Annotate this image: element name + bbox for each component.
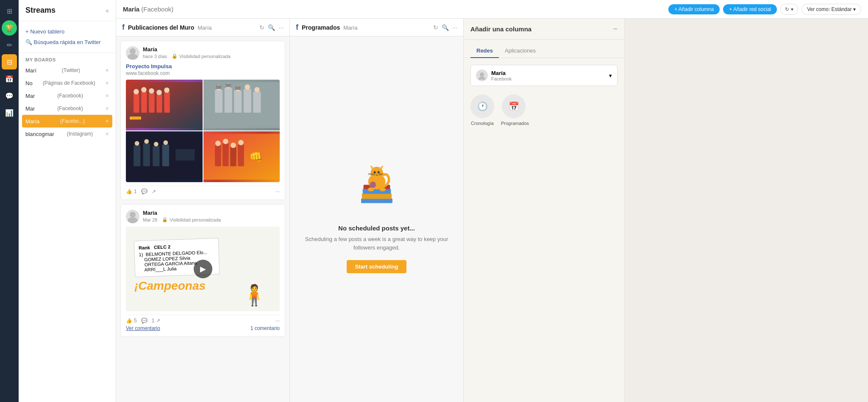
- column-option-programados[interactable]: 📅 Programados: [501, 94, 526, 126]
- board-item-2[interactable]: Mar (Facebook) ×: [19, 89, 116, 102]
- refresh-btn[interactable]: ↻ ▾: [780, 4, 798, 15]
- board-item-5[interactable]: blancogmar (Instagram) ×: [19, 128, 116, 140]
- visibility-icon-1: 🔒: [172, 53, 178, 59]
- sidebar-header: Streams «: [19, 0, 116, 21]
- board-item-0[interactable]: Marí (Twitter) ×: [19, 64, 116, 77]
- more-post-icon-1[interactable]: ···: [275, 189, 280, 194]
- refresh-scheduled-icon[interactable]: ↻: [433, 24, 438, 31]
- stream-column-scheduled: f Programados María ↻ 🔍 ···: [290, 19, 464, 402]
- add-column-close-btn[interactable]: −: [613, 25, 618, 33]
- new-board-btn[interactable]: + Nuevo tablero: [25, 26, 109, 37]
- scheduled-empty-state: No scheduled posts yet... Scheduling a f…: [290, 36, 463, 402]
- nav-icon-chat[interactable]: 💬: [2, 88, 17, 103]
- network-info: María Facebook: [491, 70, 512, 81]
- nav-icon-grid[interactable]: ⊟: [2, 54, 17, 69]
- board-item-4-active[interactable]: María (Facebo...) ×: [22, 115, 112, 128]
- post-header-1: María hace 3 días · 🔒 Visibilidad person…: [126, 46, 280, 60]
- network-selector[interactable]: María Facebook ▾: [470, 65, 618, 86]
- more-column-icon[interactable]: ···: [278, 24, 284, 31]
- svg-rect-20: [243, 89, 251, 113]
- add-column-panel: Añadir una columna − Redes Aplicaciones: [464, 19, 625, 402]
- avatar-2: [126, 210, 139, 223]
- svg-point-75: [480, 72, 484, 77]
- stream-column-wall: f Publicaciones del Muro María ↻ 🔍 ···: [116, 19, 290, 402]
- svg-rect-5: [141, 91, 147, 113]
- topbar-title: María (Facebook): [123, 6, 173, 13]
- column-scheduled-title: Programados María: [302, 24, 430, 31]
- play-button-2[interactable]: ▶: [194, 260, 212, 278]
- svg-rect-29: [235, 86, 240, 90]
- add-social-btn[interactable]: + Añadir red social: [723, 4, 777, 14]
- svg-point-38: [163, 140, 168, 145]
- like-action-2[interactable]: 👍 5: [126, 318, 137, 324]
- svg-rect-44: [230, 147, 236, 166]
- tab-redes[interactable]: Redes: [470, 44, 499, 58]
- board-item-3[interactable]: Mar (Facebook) ×: [19, 102, 116, 115]
- nav-icon-trophy[interactable]: 🏆: [2, 20, 17, 36]
- comment-action-1[interactable]: 💬: [141, 189, 147, 194]
- start-scheduling-btn[interactable]: Start scheduling: [347, 260, 407, 273]
- board-close-4[interactable]: ×: [106, 118, 109, 125]
- add-column-tabs: Redes Aplicaciones: [464, 40, 624, 58]
- like-action-1[interactable]: 👍 1: [126, 189, 137, 194]
- board-close-2[interactable]: ×: [106, 92, 109, 99]
- sidebar-actions: + Nuevo tablero 🔍 Búsqueda rápida en Twi…: [19, 21, 116, 53]
- more-post-icon-2[interactable]: ···: [275, 318, 280, 324]
- svg-point-47: [223, 139, 228, 144]
- post-image-1-4: 👊: [203, 131, 280, 182]
- search-column-icon[interactable]: 🔍: [268, 24, 275, 31]
- nav-icon-chart[interactable]: 📊: [2, 105, 17, 120]
- column-wall-actions: ↻ 🔍 ···: [259, 24, 284, 31]
- share-action-2[interactable]: 1 ↗: [152, 318, 161, 324]
- comment-action-2[interactable]: 💬: [141, 318, 147, 324]
- view-comment-link[interactable]: Ver comentario: [126, 325, 160, 331]
- empty-state-illustration: [351, 165, 402, 216]
- svg-text:👊: 👊: [249, 150, 263, 164]
- board-close-5[interactable]: ×: [106, 130, 109, 137]
- more-scheduled-icon[interactable]: ···: [452, 24, 457, 31]
- nav-icon-home[interactable]: ⊞: [2, 3, 17, 19]
- post-footer-1: 👍 1 💬 ↗ ···: [126, 186, 280, 194]
- add-column-btn[interactable]: + Añadir columna: [668, 4, 720, 14]
- view-selector-btn[interactable]: Ver como: Estándar ▾: [801, 4, 861, 15]
- nav-icon-compose[interactable]: ✏: [2, 37, 17, 53]
- network-chevron-icon: ▾: [609, 72, 612, 79]
- svg-rect-7: [156, 94, 162, 113]
- refresh-icon: ↻: [785, 6, 789, 12]
- post-user-info-2: María Mar 28 · 🔒 Visibilidad personaliza…: [143, 210, 221, 222]
- svg-point-13: [164, 87, 170, 93]
- svg-point-0: [130, 48, 136, 54]
- svg-rect-39: [175, 149, 195, 161]
- quick-search-btn[interactable]: 🔍 Búsqueda rápida en Twitter: [25, 37, 109, 47]
- svg-point-72: [367, 188, 374, 191]
- post-image-1-1: 2: [126, 80, 203, 130]
- post-meta-2: Mar 28 · 🔒 Visibilidad personalizada: [143, 217, 221, 222]
- tab-aplicaciones[interactable]: Aplicaciones: [499, 44, 542, 58]
- post-meta-1: hace 3 días · 🔒 Visibilidad personalizad…: [143, 53, 231, 59]
- chevron-down-icon: ▾: [791, 6, 793, 12]
- sidebar-title: Streams: [25, 6, 56, 15]
- sidebar-collapse-btn[interactable]: «: [106, 7, 109, 14]
- search-scheduled-icon[interactable]: 🔍: [442, 24, 449, 31]
- svg-rect-33: [153, 146, 159, 166]
- svg-rect-32: [143, 143, 150, 166]
- board-close-0[interactable]: ×: [106, 67, 109, 74]
- nav-icon-calendar[interactable]: 📅: [2, 71, 17, 86]
- svg-point-73: [379, 188, 386, 191]
- svg-point-10: [141, 87, 147, 93]
- cronologia-icon: 🕐: [470, 94, 494, 118]
- top-bar-actions: + Añadir columna + Añadir red social ↻ ▾…: [668, 4, 861, 15]
- post-link-title-1[interactable]: Proyecto Impulsa: [126, 63, 280, 69]
- column-option-cronologia[interactable]: 🕐 Cronología: [470, 94, 494, 126]
- refresh-column-icon[interactable]: ↻: [259, 24, 264, 31]
- board-close-3[interactable]: ×: [106, 105, 109, 112]
- board-item-1[interactable]: No (Páginas de Facebook) ×: [19, 77, 116, 89]
- svg-point-25: [245, 84, 250, 90]
- share-action-1[interactable]: ↗: [152, 189, 156, 194]
- svg-rect-18: [224, 88, 232, 113]
- board-close-1[interactable]: ×: [106, 80, 109, 86]
- network-avatar: [476, 69, 488, 81]
- add-column-body: María Facebook ▾ 🕐 Cronología 📅 Programa…: [464, 58, 624, 402]
- post-video-2: Rank CELC 2 1) BELMONTE DELGADO Elo... G…: [126, 227, 280, 311]
- svg-text:2: 2: [131, 117, 132, 120]
